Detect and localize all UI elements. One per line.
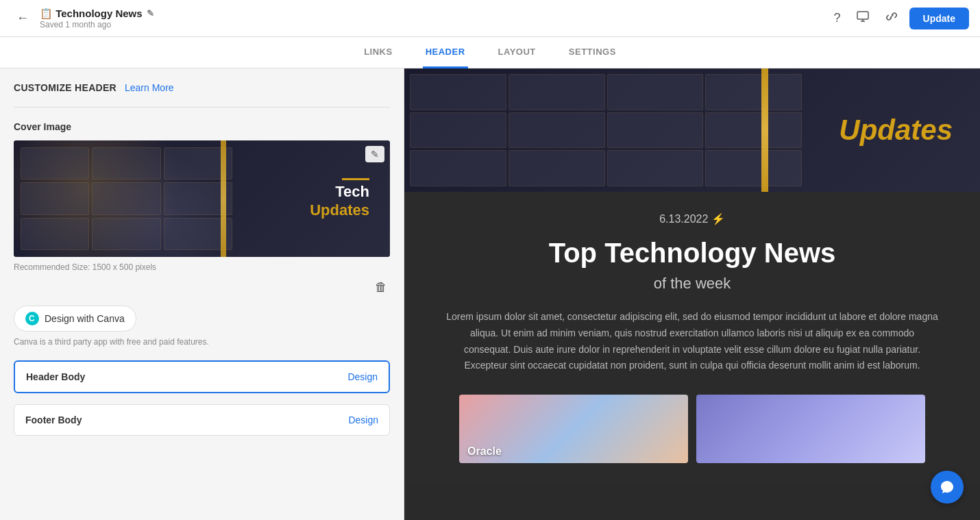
tab-header[interactable]: HEADER	[423, 37, 468, 69]
chip	[92, 147, 160, 179]
chip	[92, 182, 160, 214]
delete-cover-button[interactable]: 🗑	[372, 277, 390, 297]
phone-image-placeholder	[696, 395, 925, 463]
recommended-size: Recommended Size: 1500 x 500 pixels	[14, 262, 390, 272]
footer-body-section: Footer Body Design	[14, 404, 390, 436]
footer-body-label: Footer Body	[25, 414, 82, 425]
page-title-area: 📋 Technology News ✎ Saved 1 month ago	[40, 8, 154, 29]
hero-chip	[705, 112, 802, 149]
cover-image-label: Cover Image	[14, 121, 390, 132]
hero-image-inner: Updates	[404, 69, 980, 192]
monitor-button[interactable]	[852, 5, 874, 31]
saved-status: Saved 1 month ago	[40, 20, 154, 29]
section-title-row: CUSTOMIZE HEADER Learn More	[14, 82, 390, 93]
page-title-text: 📋 Technology News	[40, 8, 143, 20]
yellow-stripe	[221, 140, 226, 257]
newsletter-body: 6.13.2022 ⚡ Top Technology News of the w…	[404, 192, 980, 484]
hero-chip	[607, 112, 704, 149]
edit-cover-button[interactable]: ✎	[365, 146, 384, 162]
header-body-section: Header Body Design	[14, 360, 390, 393]
newsletter-subtitle: of the week	[445, 275, 939, 293]
tab-settings[interactable]: SETTINGS	[566, 37, 619, 69]
design-with-canva-button[interactable]: Design with Canva	[14, 306, 136, 332]
hero-image: Updates	[404, 69, 980, 192]
link-icon	[885, 10, 898, 23]
cover-image-wrapper: Tech Updates ✎	[14, 140, 390, 257]
svg-rect-0	[857, 12, 868, 19]
help-button[interactable]: ?	[830, 7, 845, 29]
header-body-design-link[interactable]: Design	[347, 371, 378, 382]
chip	[92, 218, 160, 250]
cover-image-text: Tech Updates	[310, 178, 369, 219]
tab-layout[interactable]: LAYOUT	[495, 37, 539, 69]
cover-image-canvas: Tech Updates	[14, 140, 390, 257]
top-bar-right: ? Update	[830, 5, 969, 31]
hero-chip	[410, 74, 506, 110]
hero-chip	[509, 74, 605, 110]
tab-links[interactable]: LINKS	[361, 37, 395, 69]
hero-chip-grid	[404, 69, 807, 192]
hero-chip	[705, 150, 802, 186]
cover-tech-text: Tech	[310, 183, 369, 201]
chat-button[interactable]	[931, 471, 964, 504]
hero-chip	[509, 150, 605, 186]
main-layout: CUSTOMIZE HEADER Learn More Cover Image	[0, 69, 980, 520]
chip	[21, 182, 89, 214]
chat-icon	[940, 480, 955, 495]
update-button[interactable]: Update	[909, 8, 969, 29]
canva-btn-label: Design with Canva	[45, 313, 125, 324]
edit-icon[interactable]: ✎	[147, 8, 154, 18]
right-panel: Updates 6.13.2022 ⚡ Top Technology News …	[404, 69, 980, 520]
cover-line	[342, 178, 369, 180]
footer-body-design-link[interactable]: Design	[348, 414, 378, 425]
hero-chip	[607, 150, 704, 186]
top-bar-left: ← 📋 Technology News ✎ Saved 1 month ago	[11, 8, 154, 29]
learn-more-link[interactable]: Learn More	[125, 82, 174, 93]
chip	[21, 147, 89, 179]
canva-icon	[25, 312, 39, 325]
hero-chip	[410, 112, 506, 149]
delete-row: 🗑	[14, 277, 390, 297]
chip-grid	[14, 140, 239, 257]
top-bar: ← 📋 Technology News ✎ Saved 1 month ago …	[0, 0, 980, 37]
hero-chip	[607, 74, 704, 110]
monitor-icon	[856, 10, 870, 23]
section-title: CUSTOMIZE HEADER	[14, 82, 117, 93]
newsletter-body-text: Lorem ipsum dolor sit amet, consectetur …	[445, 309, 939, 374]
newsletter-title: Updates	[839, 114, 953, 147]
cover-image-box: Tech Updates	[14, 140, 390, 257]
tab-bar: LINKS HEADER LAYOUT SETTINGS	[0, 37, 980, 69]
hero-chip	[509, 112, 605, 149]
newsletter-main-title: Top Technology News	[445, 236, 939, 269]
link-button[interactable]	[881, 5, 903, 31]
back-button[interactable]: ←	[11, 8, 34, 28]
hero-chip	[410, 150, 506, 186]
canva-note: Canva is a third party app with free and…	[14, 337, 390, 347]
divider	[14, 107, 390, 108]
chip	[21, 218, 89, 250]
oracle-overlay: Oracle	[467, 445, 502, 458]
hero-yellow-stripe	[761, 69, 768, 192]
hero-chip	[705, 74, 802, 110]
bottom-images-row: Oracle	[445, 395, 939, 463]
colorful-image-placeholder: Oracle	[459, 395, 688, 463]
header-body-label: Header Body	[26, 371, 85, 382]
page-title: 📋 Technology News ✎	[40, 8, 154, 20]
left-panel: CUSTOMIZE HEADER Learn More Cover Image	[0, 69, 404, 520]
newsletter-preview: Updates 6.13.2022 ⚡ Top Technology News …	[404, 69, 980, 484]
newsletter-date: 6.13.2022 ⚡	[445, 212, 939, 225]
cover-updates-text: Updates	[310, 201, 369, 219]
